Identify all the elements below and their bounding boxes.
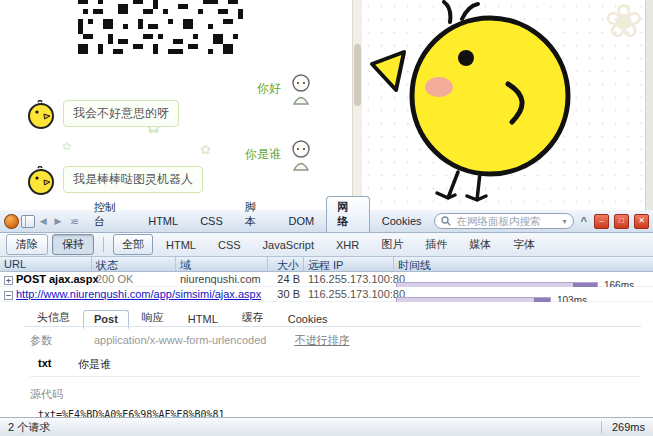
request-domain: niurenqushi.com <box>176 273 268 285</box>
source-label: 源代码 <box>30 387 641 402</box>
request-detail-panel: 头信息 Post 响应 HTML 缓存 Cookies 参数 applicati… <box>0 302 653 417</box>
column-timeline[interactable]: 时间线 <box>394 257 653 271</box>
devtools-panel: ◀ ▶ ›≡ 控制台 HTML CSS 脚本 DOM 网络 Cookies ▾ … <box>0 210 653 436</box>
filter-javascript[interactable]: JavaScript <box>254 236 323 254</box>
request-size: 30 B <box>268 288 304 300</box>
total-time: 269ms <box>612 421 645 433</box>
back-icon[interactable]: ◀ <box>37 216 50 226</box>
request-status: 200 OK <box>92 273 176 285</box>
tab-html[interactable]: HTML <box>138 211 188 232</box>
chat-message-incoming: 我是棒棒哒图灵机器人 <box>26 166 203 196</box>
search-box[interactable]: ▾ <box>434 213 574 229</box>
status-bar: 2 个请求 269ms <box>0 417 653 436</box>
user-avatar <box>288 138 314 172</box>
request-size: 24 B <box>268 273 304 285</box>
request-row[interactable]: +POST ajax.aspx 200 OK niurenqushi.com 2… <box>0 272 653 287</box>
request-count: 2 个请求 <box>8 420 50 435</box>
detach-window-button[interactable]: □ <box>614 214 629 229</box>
chat-message-text: 你是谁 <box>245 138 281 163</box>
detail-tabs-divider <box>24 326 641 327</box>
search-input[interactable] <box>455 214 559 228</box>
network-toolbar: 清除 保持 全部 HTML CSS JavaScript XHR 图片 插件 媒… <box>0 233 653 257</box>
column-size[interactable]: 大小 <box>268 257 304 271</box>
status-divider <box>601 421 602 433</box>
persist-button[interactable]: 保持 <box>52 234 94 255</box>
minimize-button[interactable]: – <box>594 214 609 229</box>
qr-code <box>78 0 248 60</box>
chat-message-outgoing: 你是谁 <box>245 138 314 172</box>
content-type: application/x-www-form-urlencoded <box>94 334 266 346</box>
tab-dom[interactable]: DOM <box>278 211 324 232</box>
firebug-icon[interactable] <box>4 214 19 229</box>
page-scrollbar[interactable] <box>645 0 653 210</box>
post-data-panel: 参数 application/x-www-form-urlencoded 不进行… <box>30 333 641 420</box>
column-domain[interactable]: 域 <box>176 257 268 271</box>
tab-network[interactable]: 网络 <box>326 196 370 232</box>
chat-message-text: 我是棒棒哒图灵机器人 <box>63 166 203 193</box>
filter-css[interactable]: CSS <box>209 236 250 254</box>
toolbar-divider <box>103 237 104 252</box>
forward-icon[interactable]: ▶ <box>52 216 65 226</box>
panel-layout-icon[interactable] <box>21 215 35 228</box>
param-name: txt <box>38 357 78 372</box>
flower-decoration <box>604 0 643 48</box>
filter-plugins[interactable]: 插件 <box>416 234 456 255</box>
param-row: txt 你是谁 <box>30 355 641 377</box>
search-options-icon[interactable]: ▾ <box>563 217 567 226</box>
collapse-panel-icon[interactable]: ^ <box>579 215 589 227</box>
collapse-icon[interactable]: − <box>4 291 13 300</box>
request-remote-ip: 116.255.173.100:80 <box>304 288 394 300</box>
filter-all[interactable]: 全部 <box>113 234 153 255</box>
scrollbar-thumb[interactable] <box>354 44 361 106</box>
filter-html[interactable]: HTML <box>157 236 205 254</box>
flower-decoration <box>200 142 211 157</box>
close-button[interactable]: ✕ <box>634 214 649 229</box>
column-remote-ip[interactable]: 远程 IP <box>304 257 394 271</box>
devtools-tabbar: ◀ ▶ ›≡ 控制台 HTML CSS 脚本 DOM 网络 Cookies ▾ … <box>0 210 653 233</box>
screen: 你好 我会不好意思的呀 你是谁 <box>0 0 653 436</box>
request-remote-ip: 116.255.173.100:80 <box>304 273 394 285</box>
filter-xhr[interactable]: XHR <box>327 236 368 254</box>
filter-images[interactable]: 图片 <box>372 234 412 255</box>
illustration-pane <box>362 0 645 210</box>
request-url-cell: −http://www.niurenqushi.com/app/simsimi/… <box>0 288 92 300</box>
chat-message-text: 我会不好意思的呀 <box>63 100 179 127</box>
do-not-sort-link[interactable]: 不进行排序 <box>294 333 349 348</box>
param-value: 你是谁 <box>78 357 111 372</box>
search-icon <box>441 216 451 226</box>
filter-media[interactable]: 媒体 <box>460 234 500 255</box>
network-table-header: URL 状态 域 大小 远程 IP 时间线 <box>0 257 653 272</box>
chat-message-incoming: 我会不好意思的呀 <box>26 100 179 130</box>
request-url-cell: +POST ajax.aspx <box>0 273 92 285</box>
column-status[interactable]: 状态 <box>92 257 176 271</box>
command-line-icon[interactable]: ›≡ <box>66 216 81 227</box>
params-label: 参数 <box>30 333 94 348</box>
request-row[interactable]: −http://www.niurenqushi.com/app/simsimi/… <box>0 287 653 302</box>
clear-button[interactable]: 清除 <box>6 234 48 255</box>
chat-pane: 你好 我会不好意思的呀 你是谁 <box>0 0 352 210</box>
chat-message-outgoing: 你好 <box>257 72 314 106</box>
chick-avatar <box>26 166 56 196</box>
chick-avatar <box>26 100 56 130</box>
tab-script[interactable]: 脚本 <box>235 197 277 232</box>
column-url[interactable]: URL <box>0 257 92 271</box>
user-avatar <box>288 72 314 106</box>
chat-message-text: 你好 <box>257 72 281 97</box>
tab-css[interactable]: CSS <box>190 211 233 232</box>
flower-decoration <box>62 140 71 153</box>
chick-illustration <box>362 0 645 210</box>
request-url-link[interactable]: http://www.niurenqushi.com/app/simsimi/a… <box>16 288 261 300</box>
request-url: POST ajax.aspx <box>16 273 99 285</box>
expand-icon[interactable]: + <box>4 276 13 285</box>
tab-cookies[interactable]: Cookies <box>372 211 432 232</box>
filter-fonts[interactable]: 字体 <box>504 234 544 255</box>
tab-console[interactable]: 控制台 <box>84 197 137 232</box>
